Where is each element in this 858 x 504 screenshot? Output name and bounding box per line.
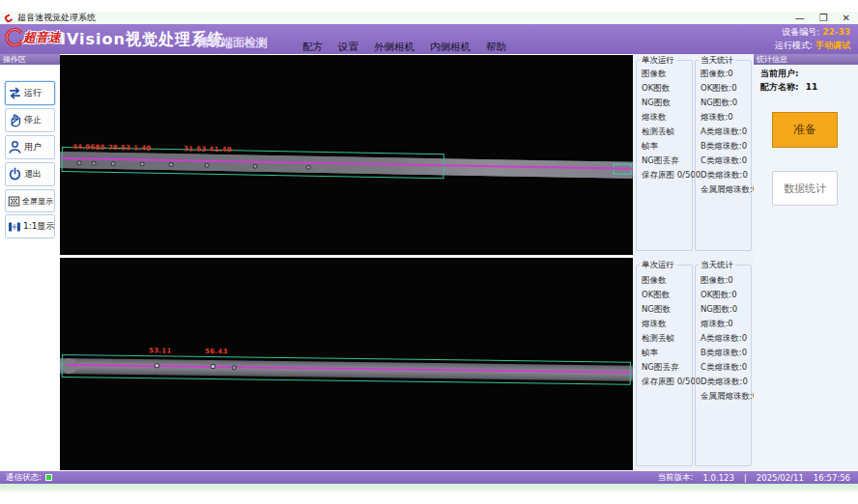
user-icon <box>8 140 22 154</box>
brand-logo: 超音速 <box>4 27 61 48</box>
version-label: 当前版本: <box>658 472 694 484</box>
maximize-button[interactable]: ❐ <box>819 12 828 24</box>
run-mode-value: 手动调试 <box>815 41 850 50</box>
one-to-one-icon <box>8 220 21 234</box>
bead-marker <box>205 163 210 168</box>
exit-button[interactable]: 退出 <box>5 162 55 186</box>
groupbox-title: 单次运行 <box>640 55 676 67</box>
run-button[interactable]: 运行 <box>5 81 55 105</box>
stat-row: 图像数 <box>642 69 667 80</box>
stat-row: 帧率 <box>642 348 658 359</box>
bead-marker <box>253 164 258 169</box>
info-panel: 统计信息 当前用户: 配方名称: 11 准备 数据统计 <box>754 54 858 470</box>
weld-strip-image: 44.9685 79.53 1.49 31.53 41.49 <box>60 146 633 189</box>
one-to-one-button[interactable]: 1:1显示 <box>5 214 55 238</box>
single-run-groupbox-bottom: 单次运行 图像数 OK图数 NG图数 熔珠数 检测丢帧 帧率 NG图丢弃 保存原… <box>636 265 693 466</box>
stat-row: 熔珠数 <box>642 112 667 124</box>
statusbar-separator: | <box>744 473 747 483</box>
stat-row: 金属屑熔珠数:0 <box>701 184 758 196</box>
power-exit-icon <box>8 167 22 182</box>
stat-row: NG图数:0 <box>701 98 737 109</box>
stat-row: 检测丢帧 <box>642 126 674 138</box>
data-statistics-button[interactable]: 数据统计 <box>772 171 838 206</box>
menu-item-inner-camera[interactable]: 内侧相机 <box>430 41 471 54</box>
fullscreen-grid-icon <box>8 195 20 208</box>
single-run-groupbox-top: 单次运行 图像数 OK图数 NG图数 熔珠数 检测丢帧 帧率 NG图丢弃 保存原… <box>636 60 693 251</box>
stat-row: OK图数 <box>642 290 670 301</box>
prepare-button[interactable]: 准备 <box>772 112 838 148</box>
fullscreen-button[interactable]: 全屏显示 <box>5 189 55 212</box>
menu-item-help[interactable]: 帮助 <box>486 41 506 54</box>
status-time: 16:57:56 <box>814 473 850 483</box>
stat-row: OK图数 <box>642 83 670 95</box>
run-button-label: 运行 <box>24 87 42 99</box>
device-info: 设备编号: 22-33 运行模式: 手动调试 <box>775 26 850 52</box>
menu-item-recipe[interactable]: 配方 <box>302 41 323 54</box>
today-groupbox-bottom: 当天统计 图像数:0 OK图数:0 NG图数:0 熔珠数:0 A类熔珠数:0 B… <box>695 265 752 466</box>
weld-strip-image: 53.11 56.43 <box>60 354 633 395</box>
stat-row: 图像数:0 <box>701 275 733 287</box>
menu-item-outer-camera[interactable]: 外侧相机 <box>374 41 415 54</box>
stat-row: D类熔珠数:0 <box>701 377 748 388</box>
app-window: 超音速视觉处理系统 — ❐ ✕ 超音速 IVision视觉处理系统 熔珠端面检测… <box>0 0 858 504</box>
stop-button[interactable]: 停止 <box>5 108 55 132</box>
stat-row: 图像数:0 <box>701 69 733 80</box>
bead-marker <box>92 161 97 166</box>
stat-row: 熔珠数 <box>642 319 667 330</box>
measurement-annotation: 31.53 41.49 <box>184 145 232 154</box>
stat-row: B类熔珠数:0 <box>701 141 747 153</box>
stat-row: D类熔珠数:0 <box>701 170 748 182</box>
operation-sidebar: 操作区 运行 停止 用户 退出 <box>0 54 60 471</box>
stat-row: C类熔珠数:0 <box>701 155 747 167</box>
window-title: 超音速视觉处理系统 <box>17 12 96 24</box>
stop-button-label: 停止 <box>24 114 42 126</box>
measurement-annotation: 53.11 <box>149 347 172 354</box>
stat-row: 帧率 <box>642 141 658 153</box>
logo-text: 超音速 <box>23 29 61 46</box>
stat-row: NG图丢弃 <box>642 362 678 374</box>
stat-row: 熔珠数:0 <box>701 112 733 124</box>
outer-camera-viewport[interactable]: 44.9685 79.53 1.49 31.53 41.49 <box>60 55 633 255</box>
stat-row: 熔珠数:0 <box>701 319 733 330</box>
device-number-value: 22-33 <box>822 27 850 37</box>
current-user-label: 当前用户: <box>760 69 799 78</box>
exit-button-label: 退出 <box>24 168 42 181</box>
measurement-annotation: 44.9685 79.53 1.49 <box>72 143 152 152</box>
stat-row: OK图数:0 <box>701 290 737 301</box>
user-button[interactable]: 用户 <box>5 135 55 159</box>
close-button[interactable]: ✕ <box>843 12 850 24</box>
bead-marker <box>140 162 145 167</box>
comm-status-indicator <box>45 474 52 481</box>
stat-row: NG图数 <box>642 304 671 316</box>
status-bar: 通信状态: 当前版本: 1.0.123 | 2025/02/11 16:57:5… <box>0 471 858 484</box>
statistics-info-header: 统计信息 <box>754 54 858 65</box>
groupbox-title: 当天统计 <box>699 55 735 67</box>
stat-row: A类熔珠数:0 <box>701 126 747 138</box>
bead-marker <box>111 161 116 166</box>
comm-status-label: 通信状态: <box>6 472 42 484</box>
logo-swirl-icon <box>4 27 25 48</box>
minimize-button[interactable]: — <box>795 12 805 24</box>
device-number-label: 设备编号: <box>782 27 819 37</box>
one-to-one-button-label: 1:1显示 <box>23 220 54 233</box>
app-header: 超音速 IVision视觉处理系统 熔珠端面检测 配方 设置 外侧相机 内侧相机… <box>0 24 858 54</box>
stat-row: 图像数 <box>642 275 667 287</box>
run-arrows-icon <box>8 86 22 100</box>
status-date: 2025/02/11 <box>757 473 804 483</box>
stat-row: 保存原图 0/500 <box>642 377 701 388</box>
stat-row: NG图数 <box>642 98 671 109</box>
inner-camera-viewport[interactable]: 53.11 56.43 <box>60 258 633 470</box>
stat-row: 保存原图 0/500 <box>642 170 701 182</box>
bead-marker <box>77 160 82 165</box>
operation-area-header: 操作区 <box>0 54 60 65</box>
bead-marker <box>211 364 215 369</box>
stat-row: 检测丢帧 <box>642 333 674 345</box>
groupbox-title: 单次运行 <box>640 260 676 271</box>
today-groupbox-top: 当天统计 图像数:0 OK图数:0 NG图数:0 熔珠数:0 A类熔珠数:0 B… <box>695 60 752 251</box>
os-titlebar: 超音速视觉处理系统 — ❐ ✕ <box>0 12 858 24</box>
bead-marker <box>155 363 159 368</box>
menu-item-settings[interactable]: 设置 <box>338 41 358 54</box>
groupbox-title: 当天统计 <box>699 260 735 271</box>
version-value: 1.0.123 <box>702 473 733 483</box>
recipe-name-value: 11 <box>806 82 818 92</box>
